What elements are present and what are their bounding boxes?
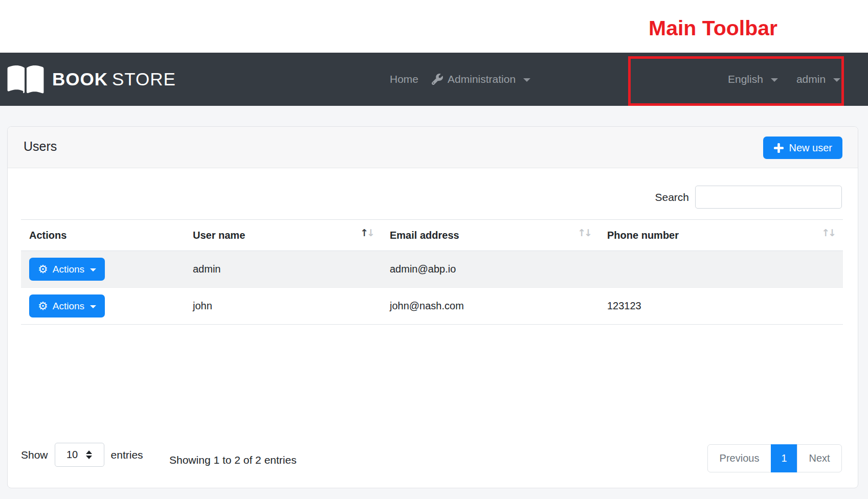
pagination: Previous 1 Next xyxy=(707,444,842,472)
brand-text-regular: STORE xyxy=(112,69,176,89)
nav-item-home[interactable]: Home xyxy=(390,73,418,85)
current-user-label: admin xyxy=(796,73,826,85)
annotation-main-toolbar-label: Main Toolbar xyxy=(649,16,777,40)
brand-link[interactable]: BOOKSTORE xyxy=(6,53,176,106)
plus-icon xyxy=(773,143,784,153)
user-name-cell: admin xyxy=(185,251,382,288)
new-user-button-label: New user xyxy=(789,142,832,154)
chevron-down-icon xyxy=(90,268,96,271)
chevron-down-icon xyxy=(523,78,530,82)
current-user-dropdown[interactable]: admin xyxy=(796,73,840,85)
column-header-user-name[interactable]: User name ↑↓ xyxy=(185,220,382,251)
search-input[interactable] xyxy=(695,186,842,209)
language-dropdown[interactable]: English xyxy=(728,73,778,85)
navbar-menu: Home Administration xyxy=(390,53,530,106)
email-cell: admin@abp.io xyxy=(382,251,599,288)
users-table: Actions User name ↑↓ Email address ↑↓ Ph… xyxy=(21,219,843,325)
sort-icon: ↑↓ xyxy=(577,227,591,238)
column-header-email-label: Email address xyxy=(390,230,459,241)
brand-text-bold: BOOK xyxy=(52,69,108,89)
phone-cell xyxy=(599,251,843,288)
users-card: Users New user Search xyxy=(7,126,858,488)
chevron-down-icon xyxy=(833,78,840,82)
table-search: Search xyxy=(655,186,842,209)
new-user-button[interactable]: New user xyxy=(763,137,842,159)
row-actions-label: Actions xyxy=(53,301,84,312)
up-down-arrows-icon xyxy=(86,450,92,459)
chevron-down-icon xyxy=(771,78,778,82)
column-header-actions: Actions xyxy=(21,220,185,251)
entries-label: entries xyxy=(111,449,143,461)
row-actions-button[interactable]: ⚙ Actions xyxy=(29,258,105,281)
show-label: Show xyxy=(21,449,48,461)
wrench-icon xyxy=(432,74,443,85)
pagination-page-1-button[interactable]: 1 xyxy=(771,444,797,472)
column-header-user-name-label: User name xyxy=(193,230,245,241)
table-row-admin: ⚙ Actions admin admin@abp.io xyxy=(21,251,843,288)
row-actions-label: Actions xyxy=(53,264,84,275)
column-header-phone[interactable]: Phone number ↑↓ xyxy=(599,220,843,251)
email-cell: john@nash.com xyxy=(382,288,599,325)
search-label: Search xyxy=(655,191,689,203)
language-label: English xyxy=(728,73,763,85)
user-name-cell: john xyxy=(185,288,382,325)
table-info-text: Showing 1 to 2 of 2 entries xyxy=(169,454,297,466)
chevron-down-icon xyxy=(90,305,96,308)
brand-text: BOOKSTORE xyxy=(52,69,176,89)
gear-icon: ⚙ xyxy=(38,301,48,312)
page-size-value: 10 xyxy=(66,449,78,461)
sort-icon: ↑↓ xyxy=(821,227,835,238)
page-size-select[interactable]: 10 xyxy=(55,443,104,467)
nav-home-label: Home xyxy=(390,73,418,85)
row-actions-button[interactable]: ⚙ Actions xyxy=(29,294,105,317)
actions-cell: ⚙ Actions xyxy=(21,251,185,288)
nav-administration-label: Administration xyxy=(448,73,516,85)
phone-cell: 123123 xyxy=(599,288,843,325)
open-book-icon xyxy=(6,63,45,96)
column-header-phone-label: Phone number xyxy=(607,230,679,241)
page-size-control: Show 10 entries xyxy=(21,443,143,467)
sort-icon: ↑↓ xyxy=(360,227,373,238)
gear-icon: ⚙ xyxy=(38,264,48,275)
navbar-right-toolbar: English admin xyxy=(728,53,840,106)
actions-cell: ⚙ Actions xyxy=(21,288,185,325)
page-title: Users xyxy=(24,139,57,154)
users-card-header: Users New user xyxy=(8,127,858,168)
pagination-next-button[interactable]: Next xyxy=(797,444,842,472)
top-navbar: BOOKSTORE Home Administration English xyxy=(0,53,868,106)
page: Main Toolbar BOOKSTORE Home xyxy=(0,0,868,499)
nav-item-administration[interactable]: Administration xyxy=(432,73,530,85)
table-header-row: Actions User name ↑↓ Email address ↑↓ Ph… xyxy=(21,220,843,251)
table-row-john: ⚙ Actions john john@nash.com 123123 xyxy=(21,288,843,325)
column-header-actions-label: Actions xyxy=(29,230,66,241)
pagination-previous-button[interactable]: Previous xyxy=(707,444,771,472)
column-header-email[interactable]: Email address ↑↓ xyxy=(382,220,599,251)
main-content-area: Users New user Search xyxy=(0,106,868,499)
